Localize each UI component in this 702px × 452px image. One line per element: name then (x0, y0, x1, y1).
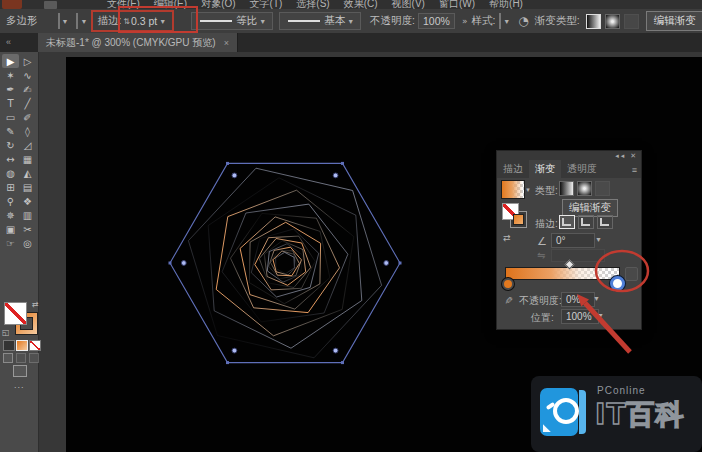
free-transform-tool[interactable]: ▦ (19, 152, 36, 166)
line-segment-tool[interactable]: ╱ (19, 96, 36, 110)
color-button[interactable] (3, 340, 15, 351)
edit-gradient-button[interactable]: 编辑渐变 (646, 11, 702, 31)
draw-inside-button[interactable] (29, 353, 39, 363)
style-caret-icon[interactable]: ▼ (503, 18, 510, 25)
panel-menu-icon[interactable]: ≡ (632, 165, 637, 175)
tab-gradient[interactable]: 渐变 (529, 160, 561, 178)
menu-item[interactable]: 文字(T) (243, 0, 290, 9)
blend-tool[interactable]: ❖ (19, 194, 36, 208)
fill-stroke-indicator[interactable]: ⇄ ◱ (4, 302, 38, 338)
fill-caret-icon[interactable]: ▼ (62, 18, 69, 25)
tab-transparency[interactable]: 透明度 (561, 160, 603, 178)
stop-location-value[interactable]: 100% (561, 309, 599, 324)
menu-item[interactable]: 对象(O) (194, 0, 242, 9)
stop-opacity-value[interactable]: 0% (561, 292, 595, 307)
freeform-gradient-button[interactable] (624, 14, 639, 29)
anchor-point[interactable] (226, 361, 229, 364)
corner-radius-handle[interactable] (232, 348, 237, 353)
draw-normal-button[interactable] (3, 353, 13, 363)
opacity-value-box[interactable]: 100% (418, 13, 455, 29)
eraser-tool[interactable]: ◊ (19, 124, 36, 138)
gradient-tool[interactable]: ▤ (19, 180, 36, 194)
menu-item[interactable]: 文件(F) (100, 0, 147, 9)
gradient-within-stroke-button[interactable] (559, 215, 575, 229)
stroke-color-swatch[interactable] (76, 13, 78, 29)
rotate-tool[interactable]: ↻ (2, 138, 19, 152)
default-fill-stroke-icon[interactable]: ◱ (2, 328, 10, 337)
panel-linear-gradient-button[interactable] (559, 181, 574, 196)
anchor-point[interactable] (341, 361, 344, 364)
paintbrush-tool[interactable]: ✐ (19, 110, 36, 124)
radial-gradient-button[interactable] (605, 14, 620, 29)
reverse-gradient-icon[interactable]: ⇄ (503, 233, 511, 243)
scale-tool[interactable]: ◿ (19, 138, 36, 152)
shape-builder-tool[interactable]: ◍ (2, 166, 19, 180)
corner-radius-handle[interactable] (333, 348, 338, 353)
width-profile-select[interactable]: 等比 ▼ (191, 12, 273, 30)
menu-item[interactable]: 选择(S) (289, 0, 336, 9)
corner-radius-handle[interactable] (181, 261, 186, 266)
fill-color-swatch[interactable] (58, 13, 60, 29)
fill-proxy[interactable] (4, 302, 27, 325)
gradient-along-stroke-button[interactable] (578, 215, 594, 229)
anchor-point[interactable] (226, 162, 229, 165)
panel-eyedropper-icon[interactable]: ✎ (503, 296, 514, 304)
panel-freeform-gradient-button[interactable] (595, 181, 610, 196)
gradient-stop-right-selected[interactable] (610, 276, 625, 291)
angle-value-box[interactable]: 0° (551, 233, 595, 248)
panel-radial-gradient-button[interactable] (577, 181, 592, 196)
polygon-shape-tool[interactable]: ▭ (2, 110, 19, 124)
angle-caret-icon[interactable]: ▼ (595, 236, 602, 243)
swap-fill-stroke-icon[interactable]: ⇄ (32, 300, 39, 309)
gradient-button[interactable] (16, 340, 28, 351)
selection-tool[interactable]: ▶ (2, 54, 19, 68)
stop-opacity-caret-icon[interactable]: ▼ (593, 295, 600, 302)
curvature-tool[interactable]: ✍ (19, 82, 36, 96)
gradient-thumbnail-caret-icon[interactable]: ▼ (525, 187, 531, 193)
brush-select[interactable]: 基本 ▼ (279, 12, 361, 30)
screen-mode-button[interactable] (13, 365, 27, 377)
stop-location-caret-icon[interactable]: ▼ (597, 312, 604, 319)
tab-close-icon[interactable]: × (224, 38, 229, 48)
gradient-stop-left[interactable] (502, 278, 514, 290)
menu-item[interactable]: 帮助(H) (482, 0, 530, 9)
tab-stroke[interactable]: 描边 (497, 160, 529, 178)
menu-item[interactable]: 编辑(E) (147, 0, 194, 9)
toolbar-collapse-icon[interactable]: « (6, 37, 11, 47)
panel-collapse-close-icons[interactable]: ◂◂ ✕ (615, 152, 638, 160)
width-tool[interactable]: ↔ (2, 152, 19, 166)
none-button[interactable] (29, 340, 41, 351)
artboard-tool[interactable]: ▣ (2, 222, 19, 236)
hand-tool[interactable]: ☞ (2, 236, 19, 250)
lasso-tool[interactable]: ∿ (19, 68, 36, 82)
symbol-sprayer-tool[interactable]: ✵ (2, 208, 19, 222)
anchor-point[interactable] (169, 262, 172, 265)
gradient-slider[interactable] (505, 267, 620, 280)
menu-item[interactable]: 视图(V) (385, 0, 432, 9)
menu-item[interactable]: 效果(C) (337, 0, 385, 9)
mesh-tool[interactable]: ⊞ (2, 180, 19, 194)
panel-fill-stroke-indicator[interactable] (502, 203, 528, 229)
zoom-tool[interactable]: ◎ (19, 236, 36, 250)
document-tab[interactable]: 未标题-1* @ 300% (CMYK/GPU 预览) × (38, 33, 238, 52)
pencil-tool[interactable]: ✎ (2, 124, 19, 138)
edit-toolbar-dots[interactable]: ... (14, 380, 25, 390)
stroke-weight-caret-icon[interactable]: ▼ (159, 18, 166, 25)
magic-wand-tool[interactable]: ✶ (2, 68, 19, 82)
eyedropper-tool[interactable]: ⚲ (2, 194, 19, 208)
more-options-icon[interactable]: » (462, 16, 468, 26)
slice-tool[interactable]: ✂ (19, 222, 36, 236)
direct-selection-tool[interactable]: ▷ (19, 54, 36, 68)
anchor-point[interactable] (341, 162, 344, 165)
pen-tool[interactable]: ✒ (2, 82, 19, 96)
linear-gradient-button[interactable] (586, 14, 601, 29)
gradient-across-stroke-button[interactable] (597, 215, 613, 229)
corner-radius-handle[interactable] (384, 261, 389, 266)
perspective-grid-tool[interactable]: ◭ (19, 166, 36, 180)
style-swatch[interactable] (499, 13, 501, 29)
menu-item[interactable]: 窗口(W) (432, 0, 482, 9)
document-setup-icon[interactable]: ◔ (518, 14, 528, 28)
stroke-caret-icon[interactable]: ▼ (80, 18, 87, 25)
draw-behind-button[interactable] (16, 353, 26, 363)
stroke-weight-value[interactable]: 0.3 pt (131, 15, 157, 27)
